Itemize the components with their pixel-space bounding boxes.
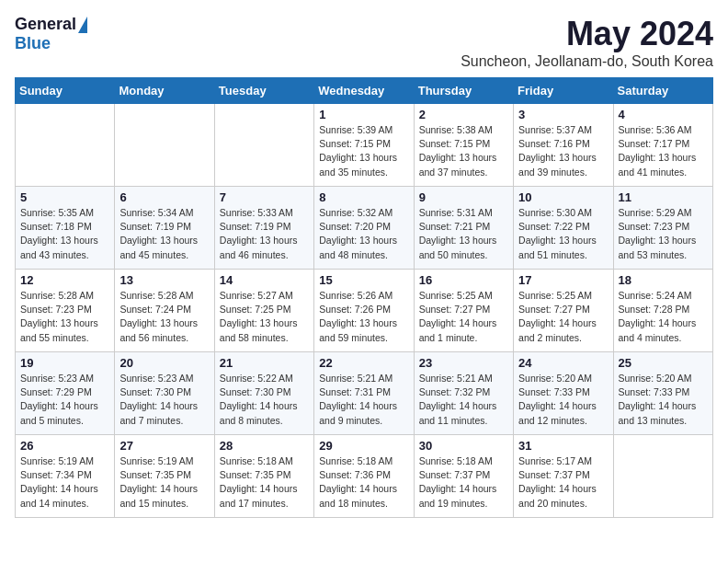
day-number: 25 — [619, 356, 708, 370]
day-number: 6 — [119, 190, 209, 204]
calendar-day-28: 28Sunrise: 5:18 AMSunset: 7:35 PMDayligh… — [214, 435, 313, 518]
calendar-week-row: 5Sunrise: 5:35 AMSunset: 7:18 PMDaylight… — [16, 187, 713, 270]
logo-icon — [78, 17, 87, 33]
month-title: May 2024 — [461, 15, 713, 53]
day-info: Sunrise: 5:22 AMSunset: 7:30 PMDaylight:… — [220, 372, 309, 428]
location-title: Suncheon, Jeollanam-do, South Korea — [461, 53, 713, 70]
weekday-header-sunday: Sunday — [16, 78, 115, 104]
day-number: 18 — [619, 273, 708, 287]
day-info: Sunrise: 5:20 AMSunset: 7:33 PMDaylight:… — [518, 372, 608, 428]
calendar-day-4: 4Sunrise: 5:36 AMSunset: 7:17 PMDaylight… — [613, 104, 712, 187]
weekday-header-monday: Monday — [115, 78, 214, 104]
day-number: 3 — [518, 108, 608, 121]
day-number: 29 — [319, 439, 408, 453]
day-number: 27 — [119, 439, 209, 453]
day-info: Sunrise: 5:18 AMSunset: 7:37 PMDaylight:… — [419, 454, 508, 511]
weekday-header-wednesday: Wednesday — [314, 78, 414, 104]
calendar-day-18: 18Sunrise: 5:24 AMSunset: 7:28 PMDayligh… — [613, 270, 712, 352]
day-number: 23 — [419, 356, 508, 370]
day-number: 5 — [20, 190, 109, 204]
calendar-day-19: 19Sunrise: 5:23 AMSunset: 7:29 PMDayligh… — [16, 352, 115, 435]
day-info: Sunrise: 5:39 AMSunset: 7:15 PMDaylight:… — [319, 123, 408, 179]
day-info: Sunrise: 5:20 AMSunset: 7:33 PMDaylight:… — [619, 372, 708, 428]
day-number: 21 — [220, 356, 309, 370]
calendar-day-17: 17Sunrise: 5:25 AMSunset: 7:27 PMDayligh… — [514, 270, 613, 352]
day-number: 8 — [319, 190, 408, 204]
day-info: Sunrise: 5:38 AMSunset: 7:15 PMDaylight:… — [419, 123, 508, 179]
day-number: 14 — [220, 273, 309, 287]
day-info: Sunrise: 5:25 AMSunset: 7:27 PMDaylight:… — [518, 289, 608, 345]
day-number: 10 — [518, 190, 608, 204]
day-number: 30 — [419, 439, 508, 453]
day-info: Sunrise: 5:27 AMSunset: 7:25 PMDaylight:… — [220, 289, 309, 345]
day-info: Sunrise: 5:28 AMSunset: 7:24 PMDaylight:… — [119, 289, 209, 345]
header: General Blue May 2024 Suncheon, Jeollana… — [15, 15, 713, 70]
day-info: Sunrise: 5:17 AMSunset: 7:37 PMDaylight:… — [518, 454, 608, 511]
day-number: 11 — [619, 190, 708, 204]
calendar-day-3: 3Sunrise: 5:37 AMSunset: 7:16 PMDaylight… — [514, 104, 613, 187]
day-info: Sunrise: 5:34 AMSunset: 7:19 PMDaylight:… — [119, 206, 209, 262]
calendar-day-12: 12Sunrise: 5:28 AMSunset: 7:23 PMDayligh… — [16, 270, 115, 352]
calendar-week-row: 12Sunrise: 5:28 AMSunset: 7:23 PMDayligh… — [16, 270, 713, 352]
calendar-week-row: 1Sunrise: 5:39 AMSunset: 7:15 PMDaylight… — [16, 104, 713, 187]
calendar-day-30: 30Sunrise: 5:18 AMSunset: 7:37 PMDayligh… — [414, 435, 513, 518]
calendar-table: SundayMondayTuesdayWednesdayThursdayFrid… — [15, 77, 713, 518]
day-info: Sunrise: 5:23 AMSunset: 7:29 PMDaylight:… — [20, 372, 109, 428]
day-info: Sunrise: 5:32 AMSunset: 7:20 PMDaylight:… — [319, 206, 408, 262]
day-info: Sunrise: 5:37 AMSunset: 7:16 PMDaylight:… — [518, 123, 608, 179]
day-info: Sunrise: 5:36 AMSunset: 7:17 PMDaylight:… — [619, 123, 708, 179]
day-number: 22 — [319, 356, 408, 370]
weekday-header-friday: Friday — [514, 78, 613, 104]
day-info: Sunrise: 5:31 AMSunset: 7:21 PMDaylight:… — [419, 206, 508, 262]
calendar-day-20: 20Sunrise: 5:23 AMSunset: 7:30 PMDayligh… — [115, 352, 214, 435]
calendar-day-1: 1Sunrise: 5:39 AMSunset: 7:15 PMDaylight… — [314, 104, 414, 187]
logo: General Blue — [15, 15, 87, 53]
calendar-day-9: 9Sunrise: 5:31 AMSunset: 7:21 PMDaylight… — [414, 187, 513, 270]
calendar-day-8: 8Sunrise: 5:32 AMSunset: 7:20 PMDaylight… — [314, 187, 414, 270]
day-number: 26 — [20, 439, 109, 453]
day-info: Sunrise: 5:25 AMSunset: 7:27 PMDaylight:… — [419, 289, 508, 345]
calendar-empty-cell — [214, 104, 313, 187]
calendar-day-15: 15Sunrise: 5:26 AMSunset: 7:26 PMDayligh… — [314, 270, 414, 352]
day-info: Sunrise: 5:29 AMSunset: 7:23 PMDaylight:… — [619, 206, 708, 262]
day-info: Sunrise: 5:28 AMSunset: 7:23 PMDaylight:… — [20, 289, 109, 345]
day-number: 9 — [419, 190, 508, 204]
day-number: 20 — [119, 356, 209, 370]
day-number: 15 — [319, 273, 408, 287]
logo-general-text: General — [15, 15, 76, 34]
calendar-day-22: 22Sunrise: 5:21 AMSunset: 7:31 PMDayligh… — [314, 352, 414, 435]
day-info: Sunrise: 5:33 AMSunset: 7:19 PMDaylight:… — [220, 206, 309, 262]
day-number: 1 — [319, 108, 408, 121]
weekday-header-tuesday: Tuesday — [214, 78, 313, 104]
day-number: 17 — [518, 273, 608, 287]
day-number: 7 — [220, 190, 309, 204]
calendar-day-27: 27Sunrise: 5:19 AMSunset: 7:35 PMDayligh… — [115, 435, 214, 518]
title-area: May 2024 Suncheon, Jeollanam-do, South K… — [461, 15, 713, 70]
calendar-day-5: 5Sunrise: 5:35 AMSunset: 7:18 PMDaylight… — [16, 187, 115, 270]
calendar-day-24: 24Sunrise: 5:20 AMSunset: 7:33 PMDayligh… — [514, 352, 613, 435]
calendar-day-29: 29Sunrise: 5:18 AMSunset: 7:36 PMDayligh… — [314, 435, 414, 518]
day-info: Sunrise: 5:23 AMSunset: 7:30 PMDaylight:… — [119, 372, 209, 428]
calendar-day-13: 13Sunrise: 5:28 AMSunset: 7:24 PMDayligh… — [115, 270, 214, 352]
calendar-week-row: 26Sunrise: 5:19 AMSunset: 7:34 PMDayligh… — [16, 435, 713, 518]
calendar-day-7: 7Sunrise: 5:33 AMSunset: 7:19 PMDaylight… — [214, 187, 313, 270]
day-info: Sunrise: 5:19 AMSunset: 7:35 PMDaylight:… — [119, 454, 209, 511]
day-info: Sunrise: 5:30 AMSunset: 7:22 PMDaylight:… — [518, 206, 608, 262]
day-number: 13 — [119, 273, 209, 287]
calendar-day-31: 31Sunrise: 5:17 AMSunset: 7:37 PMDayligh… — [514, 435, 613, 518]
calendar-day-2: 2Sunrise: 5:38 AMSunset: 7:15 PMDaylight… — [414, 104, 513, 187]
day-info: Sunrise: 5:19 AMSunset: 7:34 PMDaylight:… — [20, 454, 109, 511]
logo-blue-text: Blue — [15, 34, 51, 53]
calendar-day-26: 26Sunrise: 5:19 AMSunset: 7:34 PMDayligh… — [16, 435, 115, 518]
day-info: Sunrise: 5:21 AMSunset: 7:31 PMDaylight:… — [319, 372, 408, 428]
weekday-header-thursday: Thursday — [414, 78, 513, 104]
calendar-day-14: 14Sunrise: 5:27 AMSunset: 7:25 PMDayligh… — [214, 270, 313, 352]
day-number: 31 — [518, 439, 608, 453]
day-info: Sunrise: 5:35 AMSunset: 7:18 PMDaylight:… — [20, 206, 109, 262]
day-info: Sunrise: 5:24 AMSunset: 7:28 PMDaylight:… — [619, 289, 708, 345]
day-number: 4 — [619, 108, 708, 121]
day-number: 2 — [419, 108, 508, 121]
calendar-empty-cell — [16, 104, 115, 187]
calendar-day-10: 10Sunrise: 5:30 AMSunset: 7:22 PMDayligh… — [514, 187, 613, 270]
calendar-day-23: 23Sunrise: 5:21 AMSunset: 7:32 PMDayligh… — [414, 352, 513, 435]
